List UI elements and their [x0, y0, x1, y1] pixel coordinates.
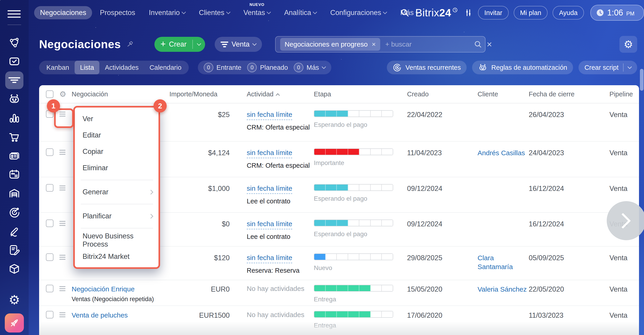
- sidebar-item-planner[interactable]: [0, 165, 29, 184]
- row-checkbox[interactable]: [46, 285, 54, 292]
- sidebar-item-marketing[interactable]: [0, 203, 29, 222]
- activity-deadline-link[interactable]: sin fecha límite: [247, 148, 292, 158]
- search-input[interactable]: [385, 40, 474, 48]
- stage-progress-bar[interactable]: [314, 285, 393, 292]
- vertical-scrollbar[interactable]: [640, 69, 644, 91]
- pin-icon[interactable]: [126, 40, 134, 48]
- column-header-client[interactable]: Cliente: [478, 90, 529, 98]
- activity-deadline-link[interactable]: sin fecha límite: [247, 253, 292, 263]
- nav-item-negociaciones[interactable]: Negociaciones: [34, 6, 92, 19]
- row-menu-handle[interactable]: [59, 220, 66, 227]
- column-header-pipeline[interactable]: Pipeline: [610, 90, 639, 98]
- sidebar-item-warehouse[interactable]: [0, 184, 29, 203]
- remove-filter-icon[interactable]: ×: [372, 40, 376, 48]
- search-icon[interactable]: [400, 8, 410, 18]
- stage-progress-bar[interactable]: [314, 148, 393, 155]
- menu-item-generar[interactable]: Generar: [75, 184, 158, 200]
- sidebar-item-settings[interactable]: ⚙: [0, 294, 29, 306]
- mi-plan-button[interactable]: Mi plan: [514, 6, 548, 19]
- sidebar-item-sign[interactable]: [0, 222, 29, 241]
- select-all-checkbox[interactable]: [46, 90, 54, 98]
- row-checkbox[interactable]: [46, 220, 54, 227]
- nav-item-ventas[interactable]: NUEVOVentas: [238, 6, 276, 19]
- sidebar-item-copilot[interactable]: [0, 89, 29, 108]
- view-tab-lista[interactable]: Lista: [74, 61, 99, 74]
- view-tab-kanban[interactable]: Kanban: [41, 61, 74, 74]
- row-menu-handle[interactable]: [59, 149, 66, 156]
- sidebar-item-tasks[interactable]: [0, 52, 29, 71]
- sidebar-item-crm[interactable]: [0, 71, 29, 89]
- ayuda-button[interactable]: Ayuda: [552, 6, 584, 19]
- menu-item-planificar[interactable]: Planificar: [75, 208, 158, 224]
- sidebar-item-network[interactable]: [0, 33, 29, 52]
- row-menu-handle[interactable]: [59, 254, 66, 261]
- table-settings-gear-icon[interactable]: ⚙: [59, 90, 66, 98]
- column-header-amount[interactable]: Importe/Moneda: [170, 90, 230, 98]
- nav-item-prospectos[interactable]: Prospectos: [94, 6, 141, 19]
- stage-progress-bar[interactable]: [314, 220, 393, 226]
- time-widget[interactable]: 1:06 PM: [590, 5, 644, 21]
- stage-progress-bar[interactable]: [314, 253, 393, 260]
- clear-search-icon[interactable]: ×: [487, 40, 492, 49]
- recurring-sales-button[interactable]: Ventas recurrentes: [387, 61, 467, 74]
- client-link[interactable]: Andrés Casillas: [478, 149, 525, 157]
- deal-name-link[interactable]: Venta de peluches: [72, 311, 128, 319]
- column-header-name[interactable]: Negociación: [72, 90, 170, 98]
- nav-item-inventario[interactable]: Inventario: [143, 6, 191, 19]
- filter-search-bar[interactable]: Negociaciones en progreso × ×: [275, 36, 486, 52]
- row-menu-handle[interactable]: [59, 285, 66, 292]
- activity-deadline-link[interactable]: sin fecha límite: [247, 110, 292, 120]
- stage-progress-bar[interactable]: [314, 110, 393, 117]
- nav-item-analítica[interactable]: Analítica: [278, 6, 322, 19]
- sidebar-item-store[interactable]: [0, 127, 29, 146]
- counter-entrante[interactable]: 0Entrante: [204, 63, 242, 72]
- menu-item-eliminar[interactable]: Eliminar: [75, 160, 158, 176]
- menu-item-editar[interactable]: Editar: [75, 127, 158, 143]
- stage-progress-bar[interactable]: [314, 184, 393, 191]
- sidebar-item-contacts[interactable]: [0, 146, 29, 165]
- row-menu-handle[interactable]: [59, 184, 66, 192]
- filter-search-icon[interactable]: [474, 40, 482, 49]
- nav-item-configuraciones[interactable]: Configuraciones: [324, 6, 392, 19]
- column-header-stage[interactable]: Etapa: [314, 90, 407, 98]
- view-tab-calendario[interactable]: Calendario: [144, 61, 187, 74]
- row-checkbox[interactable]: [46, 311, 54, 319]
- client-link[interactable]: Valeria Sánchez: [478, 286, 527, 293]
- column-header-close[interactable]: Fecha de cierre: [529, 90, 610, 98]
- column-header-created[interactable]: Creado: [407, 90, 478, 98]
- view-tab-actividades[interactable]: Actividades: [99, 61, 144, 74]
- activity-deadline-link[interactable]: sin fecha límite: [247, 184, 292, 194]
- sliders-icon[interactable]: [464, 8, 473, 17]
- counter-planeado[interactable]: 0Planeado: [247, 63, 288, 72]
- funnel-selector-button[interactable]: Venta: [215, 37, 262, 52]
- menu-item-bitrix24-market[interactable]: Bitrix24 Market: [75, 248, 158, 265]
- deal-name-link[interactable]: Negociación Enrique: [72, 285, 134, 293]
- menu-icon[interactable]: [8, 8, 21, 20]
- create-script-button[interactable]: Crear script: [578, 61, 637, 74]
- sidebar-item-documents[interactable]: [0, 241, 29, 259]
- chevron-down-icon[interactable]: [628, 64, 632, 69]
- column-header-activity[interactable]: Actividad: [247, 90, 314, 98]
- counter-más[interactable]: 0Más: [294, 63, 326, 72]
- create-dropdown-button[interactable]: [193, 43, 205, 45]
- menu-item-copiar[interactable]: Copiar: [75, 143, 158, 160]
- nav-item-clientes[interactable]: Clientes: [193, 6, 236, 19]
- scroll-right-button[interactable]: [607, 201, 644, 240]
- menu-item-nuevo-business-process[interactable]: Nuevo Business Process: [75, 232, 158, 248]
- row-menu-handle[interactable]: [59, 311, 66, 319]
- sidebar-item-reports[interactable]: [0, 108, 29, 127]
- menu-item-ver[interactable]: Ver: [75, 111, 158, 127]
- view-settings-button[interactable]: ⚙: [620, 36, 637, 53]
- sidebar-item-inventory[interactable]: [0, 259, 29, 278]
- activity-deadline-link[interactable]: sin fecha límite: [247, 220, 292, 229]
- row-checkbox[interactable]: [46, 253, 54, 261]
- row-checkbox[interactable]: [46, 184, 54, 192]
- create-button[interactable]: + Crear: [154, 37, 205, 52]
- stage-progress-bar[interactable]: [314, 311, 393, 318]
- bitrix24-logo[interactable]: Bitrix24: [415, 6, 457, 19]
- client-link[interactable]: Clara Santamaría: [478, 254, 513, 271]
- filter-chip[interactable]: Negociaciones en progreso ×: [280, 38, 380, 51]
- row-checkbox[interactable]: [46, 148, 54, 156]
- sidebar-item-rocket[interactable]: [5, 314, 24, 333]
- automation-rules-button[interactable]: Reglas de automatización: [472, 61, 573, 74]
